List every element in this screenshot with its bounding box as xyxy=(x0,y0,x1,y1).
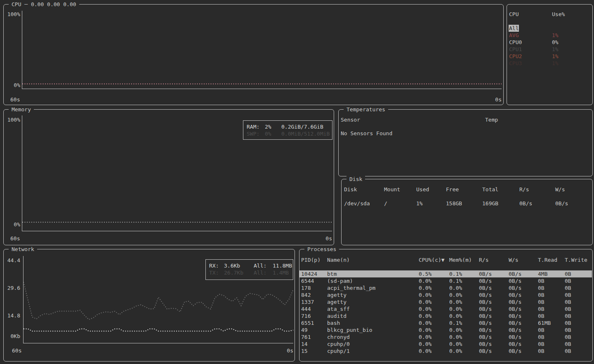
temperatures-header: SensorTemp xyxy=(339,116,592,123)
column-header: W/s xyxy=(555,186,592,193)
cell: 0.0% xyxy=(419,333,449,341)
cell: blkcg_punt_bio xyxy=(327,326,419,333)
process-row[interactable]: 15cpuhp/10.0%0.0%0B/s0B/s0B0B xyxy=(299,348,592,355)
cell: 0.0% xyxy=(419,277,449,284)
cell: 0B xyxy=(538,333,565,341)
cell: 1% xyxy=(552,32,592,39)
cell: 0.0% xyxy=(419,348,449,355)
cell: 0B/s xyxy=(509,284,538,291)
column-header: W/s xyxy=(509,256,538,263)
cell: 0.0% xyxy=(449,291,479,298)
tx-total: 1.4MB xyxy=(273,269,293,276)
cell: 0B/s xyxy=(509,291,538,298)
disk-rows: /dev/sda/1%158GB169GB0B/s0B/s xyxy=(342,200,592,207)
process-row[interactable]: 6551bash0.0%0.1%0B/s0B/s61MB0B xyxy=(299,319,592,326)
memory-panel-title: Memory xyxy=(9,106,34,113)
cpu-usage-chart[interactable] xyxy=(22,15,502,85)
cpu-x-right-label: 0s xyxy=(489,96,502,103)
network-x-right-label: 0s xyxy=(281,347,293,354)
cell: 0.0% xyxy=(449,333,479,341)
column-header: R/s xyxy=(479,256,509,263)
network-panel[interactable]: Network 44.4 29.6 14.8 0Kb RX: 3.6Kb All… xyxy=(3,249,295,362)
tx-series xyxy=(24,282,293,319)
cpu-panel-title: CPU ─ 0.00 0.00 0.00 xyxy=(9,1,79,8)
process-row[interactable]: 6544(sd-pam)0.0%0.1%0B/s0B/s0B0B xyxy=(299,277,592,284)
disk-header: DiskMountUsedFreeTotalR/sW/s xyxy=(342,186,592,193)
cell: 0B/s xyxy=(509,270,538,277)
cell: 0B/s xyxy=(479,298,509,305)
cell: 1337 xyxy=(301,298,327,305)
cell: 0B xyxy=(538,291,565,298)
cell: 0B/s xyxy=(479,270,509,277)
cell: agetty xyxy=(327,291,419,298)
memory-panel[interactable]: Memory 100% 0% RAM: 2% 0.2GiB/7.6GiB SWP… xyxy=(3,109,334,245)
cpu-legend-panel[interactable]: CPUUse% AllAVG1%CPU00%CPU11%CPU21%CPU31% xyxy=(507,4,593,105)
column-header: PID(p) xyxy=(301,256,327,263)
process-row[interactable]: 14cpuhp/00.0%0.0%0B/s0B/s0B0B xyxy=(299,341,592,348)
column-header: Free xyxy=(446,186,482,193)
column-header: R/s xyxy=(519,186,555,193)
process-row[interactable]: 10424btm0.5%0.1%0B/s0B/s4MB0B xyxy=(299,270,592,277)
cpu-legend-row[interactable]: CPU00% xyxy=(507,39,592,46)
process-rows: 10424btm0.5%0.1%0B/s0B/s4MB0B6544(sd-pam… xyxy=(299,270,592,359)
cpu-legend-row[interactable]: CPU31% xyxy=(507,60,592,67)
cell: 0B xyxy=(565,312,592,319)
disk-panel[interactable]: Disk DiskMountUsedFreeTotalR/sW/s /dev/s… xyxy=(341,179,593,245)
cell: 1% xyxy=(416,200,446,207)
cpu-legend-row[interactable]: AVG1% xyxy=(507,32,592,39)
cpu-legend-row[interactable]: All xyxy=(507,25,592,32)
cell: 0B xyxy=(538,341,565,348)
column-header: T.Write xyxy=(565,256,592,263)
cell: 0.1% xyxy=(449,319,479,326)
cell: 0.0% xyxy=(419,284,449,291)
process-row[interactable]: 842agetty0.0%0.0%0B/s0B/s0B0B xyxy=(299,291,592,298)
network-y-label-2: 14.8 xyxy=(5,312,20,319)
cell: 0.0% xyxy=(419,326,449,333)
processes-header[interactable]: PID(p)Name(n)CPU%(c)▼Mem%(m)R/sW/sT.Read… xyxy=(299,256,592,263)
cell: 61MB xyxy=(538,319,565,326)
disk-row[interactable]: /dev/sda/1%158GB169GB0B/s0B/s xyxy=(342,200,592,207)
rx-all-label: All: xyxy=(254,262,273,269)
ram-value: 0.2GiB/7.6GiB xyxy=(281,123,332,130)
cell: 0B xyxy=(565,319,592,326)
cell: 1% xyxy=(552,46,592,53)
cell: cpuhp/1 xyxy=(327,348,419,355)
cell: 716 xyxy=(301,312,327,319)
cell: 0B/s xyxy=(509,326,538,333)
cpu-legend-row[interactable]: CPU21% xyxy=(507,53,592,60)
cell: 0B/s xyxy=(509,333,538,341)
process-row[interactable]: 1337agetty0.0%0.0%0B/s0B/s0B0B xyxy=(299,298,592,305)
cell: 0B/s xyxy=(479,348,509,355)
process-row[interactable]: 716auditd0.0%0.0%0B/s0B/s0B0B xyxy=(299,312,592,319)
cell: 0B/s xyxy=(479,341,509,348)
cell: 6551 xyxy=(301,319,327,326)
cpu-panel[interactable]: CPU ─ 0.00 0.00 0.00 100% 0% 60s 0s xyxy=(3,4,504,105)
process-row[interactable]: 761chronyd0.0%0.0%0B/s0B/s0B0B xyxy=(299,333,592,341)
process-row[interactable]: 178acpi_thermal_pm0.0%0.0%0B/s0B/s0B0B xyxy=(299,284,592,291)
tx-label: TX: xyxy=(209,269,224,276)
cpu-legend-row[interactable]: CPU11% xyxy=(507,46,592,53)
cell: 0B/s xyxy=(479,277,509,284)
cpu-legend-rows: AllAVG1%CPU00%CPU11%CPU21%CPU31% xyxy=(507,25,592,67)
cell: All xyxy=(509,25,519,32)
cell: 0B/s xyxy=(479,326,509,333)
cell: 0B xyxy=(538,305,565,312)
cell: 49 xyxy=(301,326,327,333)
cell: 0B xyxy=(538,298,565,305)
network-x-left-label: 60s xyxy=(12,347,21,354)
column-header: T.Read xyxy=(538,256,565,263)
cell: 0B xyxy=(565,341,592,348)
cell: 0.0% xyxy=(449,326,479,333)
swap-legend-row: SWP: 0% 0.0MiB/512.0MiB xyxy=(247,130,332,137)
cell: 842 xyxy=(301,291,327,298)
btm-system-monitor: CPU ─ 0.00 0.00 0.00 100% 0% 60s 0s CPUU… xyxy=(0,0,594,364)
cell: 0B/s xyxy=(479,305,509,312)
ram-percent: 2% xyxy=(265,123,281,130)
temperatures-panel[interactable]: Temperatures SensorTemp No Sensors Found xyxy=(338,109,593,176)
process-row[interactable]: 444ata_sff0.0%0.0%0B/s0B/s0B0B xyxy=(299,305,592,312)
process-row[interactable]: 49blkcg_punt_bio0.0%0.0%0B/s0B/s0B0B xyxy=(299,326,592,333)
processes-panel[interactable]: Processes PID(p)Name(n)CPU%(c)▼Mem%(m)R/… xyxy=(299,249,593,362)
cell: 0B xyxy=(565,348,592,355)
rx-legend-row: RX: 3.6Kb All: 11.8MB xyxy=(209,262,293,269)
column-header: Disk xyxy=(344,186,384,193)
